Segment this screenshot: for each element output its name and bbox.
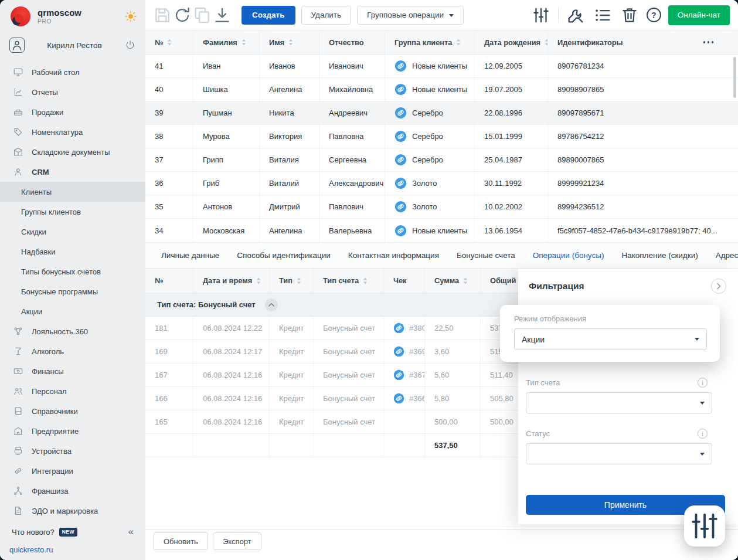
whats-new-link[interactable]: Что нового? bbox=[12, 528, 55, 537]
link-icon[interactable] bbox=[393, 346, 404, 357]
sort-icon[interactable] bbox=[463, 277, 468, 284]
sidebar-item-staff[interactable]: Персонал bbox=[0, 381, 145, 401]
sidebar-item-warehouse-docs[interactable]: Складские документы bbox=[0, 142, 145, 162]
column-header-num[interactable]: № bbox=[145, 30, 193, 54]
client-row[interactable]: 36ГрибВиталийАлександровичЗолото30.11.19… bbox=[145, 172, 738, 195]
link-icon[interactable] bbox=[394, 83, 407, 96]
refresh-icon[interactable] bbox=[172, 5, 192, 25]
row-actions-menu-icon[interactable] bbox=[703, 41, 714, 43]
tab-contact-info[interactable]: Контактная информация bbox=[348, 251, 439, 260]
sidebar-item-loyalty-360[interactable]: Лояльность.360 bbox=[0, 321, 145, 341]
ops-column-header-sum[interactable]: Сумма bbox=[425, 269, 481, 293]
theme-toggle-icon[interactable] bbox=[124, 10, 137, 23]
info-icon[interactable]: i bbox=[698, 429, 708, 439]
group-operations-dropdown[interactable]: Групповые операции bbox=[357, 6, 464, 25]
sort-icon[interactable] bbox=[456, 39, 461, 46]
online-chat-button[interactable]: Онлайн-чат bbox=[668, 5, 730, 25]
tab-identification-methods[interactable]: Способы идентификации bbox=[237, 251, 330, 260]
save-icon[interactable] bbox=[152, 5, 172, 25]
sidebar-item-devices[interactable]: Устройства bbox=[0, 441, 145, 461]
tab-bonus-accounts[interactable]: Бонусные счета bbox=[457, 251, 515, 260]
tab-personal-data[interactable]: Личные данные bbox=[161, 251, 219, 260]
link-icon[interactable] bbox=[393, 393, 404, 404]
sidebar-item-clients[interactable]: Клиенты bbox=[0, 182, 145, 202]
user-row[interactable]: Кирилл Рестов bbox=[0, 33, 145, 57]
site-link[interactable]: quickresto.ru bbox=[9, 545, 53, 554]
sidebar-item-promotions[interactable]: Акции bbox=[0, 301, 145, 321]
delete-button[interactable]: Удалить bbox=[301, 6, 352, 25]
sidebar-item-surcharges[interactable]: Надбавки bbox=[0, 242, 145, 262]
trash-icon[interactable] bbox=[620, 5, 640, 25]
display-mode-select[interactable]: Акции bbox=[514, 328, 707, 350]
sort-icon[interactable] bbox=[256, 277, 261, 284]
scrollbar[interactable] bbox=[733, 57, 736, 98]
column-settings-icon[interactable] bbox=[531, 5, 551, 25]
export-button[interactable]: Экспорт bbox=[213, 532, 261, 550]
logout-icon[interactable] bbox=[124, 39, 136, 51]
sort-icon[interactable] bbox=[167, 39, 172, 46]
tab-operations-bonuses[interactable]: Операции (бонусы) bbox=[533, 251, 604, 260]
sidebar-item-client-groups[interactable]: Группы клиентов bbox=[0, 202, 145, 222]
link-icon[interactable] bbox=[394, 201, 407, 213]
sidebar-item-bonus-programs[interactable]: Бонусные программы bbox=[0, 281, 145, 301]
ops-column-header-datetime[interactable]: Дата и время bbox=[193, 269, 270, 293]
link-icon[interactable] bbox=[393, 323, 404, 334]
ops-column-header-type[interactable]: Тип bbox=[270, 269, 314, 293]
ops-column-header-account-type[interactable]: Тип счета bbox=[314, 269, 384, 293]
link-icon[interactable] bbox=[394, 154, 407, 166]
sort-icon[interactable] bbox=[363, 277, 368, 284]
client-row[interactable]: 39ПушманНикитаАндреевичСеребро22.08.1996… bbox=[145, 101, 738, 125]
client-row[interactable]: 34МосковскаяАнгелинаВалерьевнаНовые клие… bbox=[145, 219, 738, 242]
sidebar-item-sales[interactable]: Продажи bbox=[0, 102, 145, 122]
client-row[interactable]: 38МуроваВикторияПавловнаСеребро15.01.199… bbox=[145, 125, 738, 148]
column-header-middle-name[interactable]: Отчество bbox=[319, 30, 385, 54]
create-button[interactable]: Создать bbox=[242, 6, 295, 25]
link-icon[interactable] bbox=[394, 225, 407, 237]
filter-fab-button[interactable] bbox=[684, 505, 725, 547]
tools-icon[interactable] bbox=[566, 5, 586, 25]
link-icon[interactable] bbox=[393, 369, 404, 381]
collapse-group-icon[interactable] bbox=[265, 298, 278, 311]
sidebar-item-crm[interactable]: CRM bbox=[0, 162, 145, 182]
ops-column-header-num[interactable]: № bbox=[145, 269, 193, 293]
status-select[interactable] bbox=[526, 443, 712, 464]
sidebar-item-directories[interactable]: Справочники bbox=[0, 401, 145, 421]
column-header-birth-date[interactable]: Дата рождения bbox=[475, 30, 548, 54]
link-icon[interactable] bbox=[394, 60, 407, 72]
ops-column-header-check[interactable]: Чек bbox=[384, 269, 425, 293]
sort-icon[interactable] bbox=[297, 277, 301, 284]
info-icon[interactable]: i bbox=[698, 378, 708, 388]
client-row[interactable]: 37ГриппВиталияСергеевнаСеребро25.04.1987… bbox=[145, 148, 738, 172]
collapse-panel-icon[interactable] bbox=[711, 279, 726, 294]
help-icon[interactable]: ? bbox=[647, 8, 661, 22]
sidebar-item-bonus-account-types[interactable]: Типы бонусных счетов bbox=[0, 262, 145, 281]
refresh-button[interactable]: Обновить bbox=[154, 532, 208, 550]
sidebar-item-enterprise[interactable]: Предприятие bbox=[0, 421, 145, 441]
link-icon[interactable] bbox=[394, 130, 407, 142]
link-icon[interactable] bbox=[394, 107, 407, 119]
sidebar-item-desktop[interactable]: Рабочий стол bbox=[0, 62, 145, 82]
copy-icon[interactable] bbox=[192, 5, 212, 25]
account-type-select[interactable] bbox=[526, 392, 712, 413]
column-header-first-name[interactable]: Имя bbox=[260, 30, 319, 54]
sidebar-item-finance[interactable]: Финансы bbox=[0, 361, 145, 381]
list-settings-icon[interactable] bbox=[593, 5, 613, 25]
sidebar-item-franchise[interactable]: Франшиза bbox=[0, 481, 145, 501]
sort-icon[interactable] bbox=[288, 39, 293, 46]
collapse-sidebar-icon[interactable]: « bbox=[128, 526, 140, 538]
column-header-last-name[interactable]: Фамилия bbox=[193, 30, 260, 54]
sidebar-item-edo[interactable]: ЭДО и маркировка bbox=[0, 501, 145, 521]
sidebar-item-reports[interactable]: Отчеты bbox=[0, 82, 145, 102]
sidebar-item-nomenclature[interactable]: Номенклатура bbox=[0, 122, 145, 142]
client-row[interactable]: 41ИванИвановИвановичНовые клиенты12.09.2… bbox=[145, 55, 738, 78]
link-icon[interactable] bbox=[394, 177, 407, 189]
download-icon[interactable] bbox=[212, 5, 232, 25]
tab-accrual-discounts[interactable]: Накопление (скидки) bbox=[621, 251, 698, 260]
sidebar-item-discounts[interactable]: Скидки bbox=[0, 222, 145, 242]
column-header-client-group[interactable]: Группа клиента bbox=[385, 30, 475, 54]
sort-icon[interactable] bbox=[242, 39, 246, 46]
client-row[interactable]: 35АнтоновДмитрийПавловичЗолото10.02.2002… bbox=[145, 195, 738, 219]
client-row[interactable]: 40ШишкаАнгелинаМихайловнаНовые клиенты19… bbox=[145, 78, 738, 101]
tab-addresses[interactable]: Адреса bbox=[716, 251, 738, 260]
sidebar-item-alcohol[interactable]: Алкоголь bbox=[0, 341, 145, 361]
